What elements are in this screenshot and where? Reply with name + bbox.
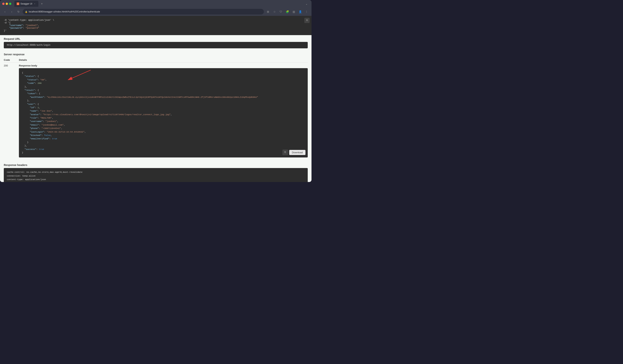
response-code-200: 200 bbox=[4, 64, 19, 67]
url-text: localhost:8080/swagger-ui/index.html#/Au… bbox=[29, 10, 100, 13]
json-result-block: "result": { "token": { "authToken": "eyJ… bbox=[22, 89, 305, 148]
sidebar-icon[interactable]: ▥ bbox=[291, 9, 296, 14]
puzzle-icon[interactable]: 🧩 bbox=[285, 9, 290, 14]
traffic-lights bbox=[2, 3, 11, 5]
request-url-section: Request URL http://localhost:8080/auth/l… bbox=[0, 35, 312, 51]
maximize-button[interactable] bbox=[9, 3, 11, 5]
tab-close-icon[interactable]: × bbox=[33, 2, 36, 5]
code-column-header: Code bbox=[4, 59, 19, 61]
copy-curl-button[interactable]: ⎘ bbox=[304, 18, 310, 23]
response-headers-body: cache-control: no-cache,no-store,max-age… bbox=[4, 168, 308, 182]
toolbar-actions: ⊞ ☆ 🛡 🧩 ▥ 👤 ⋮ bbox=[265, 9, 309, 14]
header-line-4: date: Sun,31 Mar 2024 13:15:54 GMT bbox=[7, 182, 305, 182]
menu-icon[interactable]: ⋮ bbox=[304, 9, 309, 14]
active-tab[interactable]: S Swagger UI × bbox=[14, 1, 38, 7]
chevron-down-icon[interactable]: ⌄ bbox=[304, 1, 309, 6]
tab-title: Swagger UI bbox=[21, 2, 32, 5]
curl-line-5: }' bbox=[4, 29, 308, 32]
header-line-1: cache-control: no-cache,no-store,max-age… bbox=[7, 170, 305, 174]
response-body-code: { "status": { "status": "OK", "code": 20… bbox=[19, 68, 308, 158]
server-response-title: Server response bbox=[4, 53, 308, 56]
copy-response-button[interactable]: ⎘ bbox=[282, 150, 288, 155]
title-bar: S Swagger UI × + ⌄ bbox=[0, 0, 312, 8]
back-button[interactable]: ‹ bbox=[2, 9, 8, 14]
header-line-3: content-type: application/json bbox=[7, 178, 305, 182]
minimize-button[interactable] bbox=[6, 3, 8, 5]
curl-line-2: -d '{ bbox=[4, 21, 308, 24]
tab-favicon: S bbox=[17, 2, 19, 5]
response-table-header: Code Details bbox=[4, 57, 308, 63]
browser-window: S Swagger UI × + ⌄ ‹ › ↻ 🔒 localhost:808… bbox=[0, 0, 312, 182]
request-url-value: http://localhost:8080/auth/login bbox=[4, 42, 308, 48]
reload-button[interactable]: ↻ bbox=[16, 9, 21, 14]
new-tab-button[interactable]: + bbox=[40, 2, 44, 5]
response-headers-title: Response headers bbox=[4, 163, 308, 166]
json-status-block: "status": { "status": "OK", "code": 200 … bbox=[22, 75, 305, 89]
json-open-brace: { bbox=[22, 71, 305, 75]
translate-icon[interactable]: ⊞ bbox=[265, 9, 271, 14]
details-column-header: Details bbox=[19, 59, 308, 61]
response-row-200: 200 Response body bbox=[4, 63, 308, 159]
close-button[interactable] bbox=[2, 3, 4, 5]
curl-line-4: "password": "password" bbox=[4, 27, 308, 29]
header-line-2: connection: keep-alive bbox=[7, 174, 305, 178]
profile-icon[interactable]: 👤 bbox=[297, 9, 303, 14]
curl-command-block: -H 'content-type: application/json' \ -d… bbox=[0, 16, 312, 35]
curl-line-3: "username": "joedoe1", bbox=[4, 24, 308, 27]
server-response-section: Server response Code Details 200 Respons… bbox=[0, 51, 312, 161]
curl-line-1: -H 'content-type: application/json' \ bbox=[4, 19, 308, 21]
request-url-title: Request URL bbox=[4, 37, 308, 40]
shield-icon[interactable]: 🛡 bbox=[278, 9, 284, 14]
response-body-actions: ⎘ Download bbox=[282, 150, 306, 155]
json-success-line: "success": true } bbox=[22, 148, 305, 155]
page-content: -H 'content-type: application/json' \ -d… bbox=[0, 16, 312, 182]
forward-button[interactable]: › bbox=[9, 9, 14, 14]
address-bar[interactable]: 🔒 localhost:8080/swagger-ui/index.html#/… bbox=[23, 9, 264, 15]
bookmark-icon[interactable]: ☆ bbox=[272, 9, 277, 14]
response-headers-section: Response headers cache-control: no-cache… bbox=[0, 161, 312, 182]
lock-icon: 🔒 bbox=[25, 11, 28, 13]
response-body-title: Response body bbox=[19, 64, 308, 67]
tab-bar: S Swagger UI × + bbox=[14, 1, 302, 7]
response-details: Response body bbox=[19, 64, 308, 158]
toolbar: ‹ › ↻ 🔒 localhost:8080/swagger-ui/index.… bbox=[0, 8, 312, 16]
download-button[interactable]: Download bbox=[289, 150, 306, 155]
content-area[interactable]: -H 'content-type: application/json' \ -d… bbox=[0, 16, 312, 182]
